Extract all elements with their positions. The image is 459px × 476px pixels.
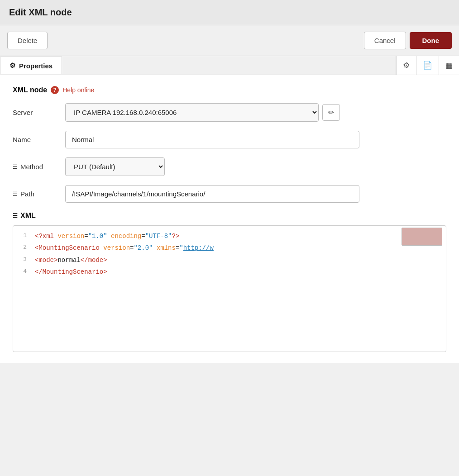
help-link[interactable]: Help online: [62, 86, 94, 94]
section-heading: XML node ? Help online: [13, 86, 446, 94]
line-content-4: </MountingScenario>: [35, 267, 446, 277]
server-select-wrap: IP CAMERA 192.168.0.240:65006 ✏: [65, 103, 446, 122]
tab-table-icon-button[interactable]: ▦: [439, 56, 459, 75]
method-select[interactable]: PUT (Default)GETPOSTDELETE: [65, 157, 165, 176]
tab-properties[interactable]: ⚙ Properties: [0, 57, 62, 74]
line-content-1: <?xml version="1.0" encoding="UTF-8"?>: [35, 231, 446, 241]
line-num-2: 2: [13, 243, 35, 252]
path-row: ☰ Path: [13, 185, 446, 203]
section-label: XML node: [13, 86, 47, 94]
method-row: ☰ Method PUT (Default)GETPOSTDELETE: [13, 157, 446, 176]
content-area: XML node ? Help online Server IP CAMERA …: [0, 75, 459, 363]
xml-line-4: 4 </MountingScenario>: [13, 266, 446, 278]
xml-line-3: 3 <mode>normal</mode>: [13, 254, 446, 266]
delete-button[interactable]: Delete: [7, 32, 48, 49]
xml-thumbnail-preview: [402, 228, 442, 246]
name-row: Name: [13, 131, 446, 148]
done-button[interactable]: Done: [410, 32, 452, 49]
cancel-button[interactable]: Cancel: [364, 32, 406, 49]
name-label: Name: [13, 136, 58, 143]
path-input[interactable]: [65, 185, 359, 203]
tab-bar: ⚙ Properties ⚙ 📄 ▦: [0, 56, 459, 75]
xml-line-2: 2 <MountingScenario version="2.0" xmlns=…: [13, 242, 446, 254]
line-content-2: <MountingScenario version="2.0" xmlns="h…: [35, 243, 446, 253]
server-edit-button[interactable]: ✏: [322, 104, 340, 121]
title-bar: Edit XML node: [0, 0, 459, 25]
xml-lines-icon: ☰: [13, 213, 18, 219]
xml-section-label: ☰ XML: [13, 212, 446, 220]
path-label: ☰ Path: [13, 190, 58, 198]
line-num-3: 3: [13, 255, 35, 265]
page-title: Edit XML node: [9, 7, 450, 18]
tab-gear-icon-button[interactable]: ⚙: [396, 56, 416, 75]
name-input[interactable]: [65, 131, 359, 148]
method-lines-icon: ☰: [13, 164, 18, 170]
line-num-1: 1: [13, 231, 35, 241]
gear-icon: ⚙: [10, 62, 15, 70]
server-select[interactable]: IP CAMERA 192.168.0.240:65006: [65, 103, 319, 122]
toolbar: Delete Cancel Done: [0, 25, 459, 56]
tab-properties-label: Properties: [19, 62, 53, 70]
tab-icon-group: ⚙ 📄 ▦: [396, 56, 459, 75]
path-lines-icon: ☰: [13, 191, 18, 197]
line-num-4: 4: [13, 267, 35, 276]
xml-editor[interactable]: 1 <?xml version="1.0" encoding="UTF-8"?>…: [13, 225, 446, 352]
tab-document-icon-button[interactable]: 📄: [416, 56, 439, 75]
line-content-3: <mode>normal</mode>: [35, 255, 446, 265]
server-label: Server: [13, 109, 58, 116]
server-row: Server IP CAMERA 192.168.0.240:65006 ✏: [13, 103, 446, 122]
help-icon: ?: [51, 86, 59, 94]
xml-line-1: 1 <?xml version="1.0" encoding="UTF-8"?>: [13, 230, 446, 242]
method-label: ☰ Method: [13, 163, 58, 171]
